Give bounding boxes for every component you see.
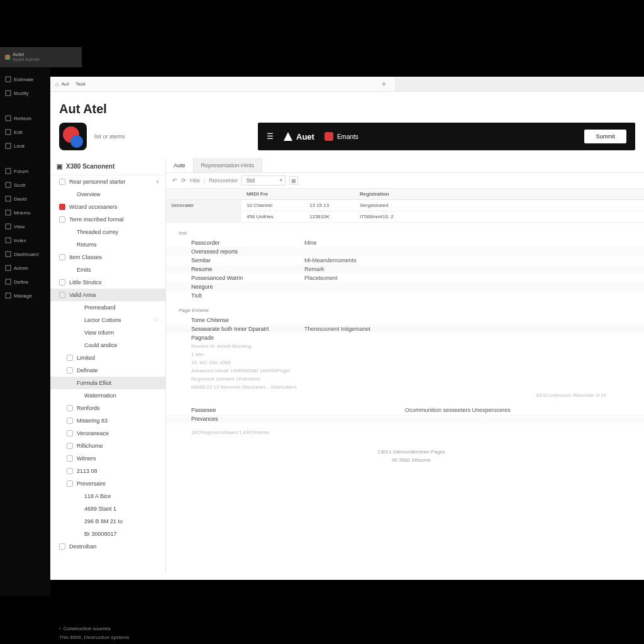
tree-item[interactable]: 2113 08 — [50, 465, 165, 477]
tree-item-label: Terre inscribed formal — [69, 216, 159, 223]
nav-item-admin[interactable]: Admin — [4, 261, 47, 275]
tree-item[interactable]: Veroraneace — [50, 427, 165, 440]
tree-item[interactable]: Renfords — [50, 402, 165, 414]
nav-item-scott[interactable]: Scott — [4, 178, 47, 192]
tree-item[interactable]: Rillichome — [50, 440, 165, 452]
bullet-icon — [74, 392, 80, 399]
tree-item[interactable]: 118 A Bice — [50, 490, 165, 502]
tree-item[interactable]: 296 B 8M 21 to — [50, 515, 165, 528]
project-header[interactable]: ▣ X380 Scanonent — [50, 158, 165, 175]
tree-item[interactable]: Definate — [50, 364, 165, 377]
detail-value: Mi-Meandernoments — [304, 257, 631, 264]
detail-row: Neegore — [166, 282, 644, 291]
tree-item[interactable]: View Inform — [50, 326, 165, 339]
banner-mid[interactable]: Emants — [325, 132, 358, 141]
content-area: Aute Representation-Hints ↶ ⟳ Hite | Ren… — [166, 158, 644, 573]
grid-cell: 123810K — [304, 211, 355, 223]
project-panel: ▣ X380 Scanonent Rear personnel starter×… — [50, 158, 166, 573]
back-icon[interactable]: ↶ — [172, 177, 177, 184]
svg-rect-11 — [6, 252, 11, 257]
tree-item[interactable]: Threaded currey — [50, 226, 165, 238]
nav-item-define[interactable]: Define — [4, 275, 47, 289]
nav-item-david[interactable]: David — [4, 192, 47, 206]
tree-item-label: Threaded currey — [77, 229, 159, 235]
menu-icon[interactable]: ☰ — [267, 132, 274, 141]
tab-main[interactable]: Aute — [166, 158, 194, 172]
detail-row: Tiolt — [166, 291, 644, 300]
tree-item-label: 4689 Stant 1 — [84, 506, 159, 512]
tree-item-label: Rear personnel starter — [69, 179, 152, 185]
nav-item-edit[interactable]: Edit — [4, 125, 47, 139]
tree-item[interactable]: Overview — [50, 188, 165, 201]
tree-item-label: Emits — [77, 267, 159, 273]
nav-item-modify[interactable]: Modify — [4, 86, 47, 100]
window-tab[interactable]: Autel Autel Admin — [0, 47, 82, 67]
folder-icon — [67, 443, 73, 449]
tree-item[interactable]: Rear personnel starter× — [50, 175, 165, 188]
detail-value: Mine — [304, 240, 631, 246]
tree-item-label: Lector Cottons — [84, 317, 150, 323]
page-row: Sessearate both Inner DparatrtTheresoone… — [166, 325, 644, 333]
nav-item-view[interactable]: View — [4, 219, 47, 233]
detail-key: Resume — [191, 266, 304, 272]
refresh-icon[interactable]: ⟳ — [181, 177, 186, 184]
nav-item-forum[interactable]: Forum — [4, 164, 47, 178]
tree-item[interactable]: Br 30008017 — [50, 528, 165, 540]
center-line-1: 13011 Diernorsterreren Pages — [166, 448, 644, 456]
tree-item[interactable]: Watermation — [50, 389, 165, 402]
banner-submit-button[interactable]: Summit — [584, 130, 626, 143]
tree-item[interactable]: Mistering 83 — [50, 414, 165, 427]
tree-item[interactable]: Could andice — [50, 339, 165, 352]
tree-item[interactable]: Emits — [50, 264, 165, 276]
tree-item[interactable]: Limited — [50, 352, 165, 364]
footer-line-1[interactable]: ‹Construction sources — [59, 626, 111, 631]
tree-item[interactable]: Item Classes — [50, 251, 165, 264]
tree-item[interactable]: Terre inscribed formal — [50, 213, 165, 226]
bullet-icon — [74, 493, 80, 499]
tree-item[interactable]: Destroiban — [50, 540, 165, 553]
detail-key: Tiolt — [191, 292, 304, 299]
heart-icon[interactable]: ♡ — [154, 317, 159, 323]
detail-value: Placeteonent — [304, 275, 631, 281]
nav-item-mnemo[interactable]: Mnemo — [4, 206, 47, 219]
svg-rect-3 — [6, 130, 11, 135]
detail-row: Possesanced WatrinPlaceteonent — [166, 274, 644, 282]
breadcrumb[interactable]: ⌂ Aut · Task — [50, 81, 91, 87]
tree-item[interactable]: Premeabard — [50, 301, 165, 314]
nav-item-estimate[interactable]: Estimate — [4, 72, 47, 86]
page-title: Aut Atel — [59, 102, 635, 116]
tab-secondary[interactable]: Representation-Hints — [194, 158, 263, 172]
tree-item[interactable]: Returns — [50, 238, 165, 251]
tree-item-label: Could andice — [84, 342, 159, 348]
grid-cell: Sergestoeed — [355, 200, 644, 211]
nav-item-dashboard[interactable]: Dashboard — [4, 247, 47, 261]
close-icon[interactable]: × — [156, 179, 159, 185]
nav-item-limit[interactable]: Limit — [4, 139, 47, 153]
tree-item-label: Renfords — [77, 405, 159, 411]
tree-item[interactable]: Formula Elliot — [50, 377, 165, 389]
info-line: Regresent Uniment 1Rdinstern — [166, 375, 644, 383]
nav-item-index[interactable]: Index — [4, 233, 47, 247]
tree-item[interactable]: Little Strutics — [50, 276, 165, 289]
page-row: Pagnade — [166, 333, 644, 342]
address-box[interactable] — [395, 77, 644, 91]
tree-item[interactable]: Lector Cottons♡ — [50, 314, 165, 326]
bullet-icon — [67, 267, 73, 273]
tree-item-label: Definate — [77, 367, 159, 374]
nav-item-manage[interactable]: Manage — [4, 289, 47, 303]
svg-rect-1 — [6, 91, 11, 96]
tree-item[interactable]: Valid Anna — [50, 289, 165, 301]
page-row: Tome Chitense — [166, 316, 644, 325]
tree-item[interactable]: Wizard occesaners — [50, 201, 165, 213]
svg-rect-12 — [6, 265, 11, 270]
tree-item[interactable]: Preversaire — [50, 477, 165, 490]
folder-icon — [67, 367, 73, 374]
tree-item[interactable]: Witners — [50, 452, 165, 465]
new-tab-button[interactable]: + — [375, 80, 392, 89]
nav-item-refresh[interactable]: Refresh — [4, 111, 47, 125]
tree-item[interactable]: 4689 Stant 1 — [50, 502, 165, 515]
tree-item-label: Rillichome — [77, 443, 159, 449]
grid-icon[interactable]: ▦ — [289, 176, 298, 185]
grid-cell: 456 Unifries — [242, 211, 304, 223]
toolbar-select[interactable]: Std — [242, 175, 286, 186]
